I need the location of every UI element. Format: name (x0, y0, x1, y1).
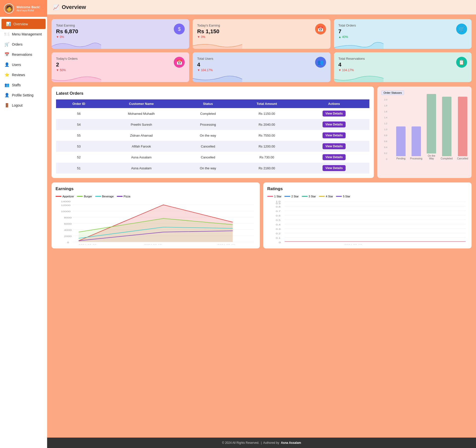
svg-text:0.8: 0.8 (276, 206, 281, 208)
amount-cell: Rs 2040.00 (235, 119, 299, 130)
sidebar-item-label: Reservations (12, 53, 32, 57)
table-row: 55 Zidnan Ahamad On the way Rs 7550.00 V… (56, 130, 369, 141)
sidebar-item-orders[interactable]: 🛒 Orders (0, 39, 47, 49)
ratings-legend: 1 Star2 Star3 Star4 Star5 Star (267, 195, 468, 198)
svg-text:12000: 12000 (61, 204, 71, 207)
actions-cell[interactable]: View Details (299, 163, 369, 174)
sidebar-header-text: Welcome Back! Akshaya Rohit (16, 5, 40, 12)
bar (427, 94, 436, 153)
stat-label-todays-earning: Today's Earning (197, 24, 326, 27)
stat-label-total-orders: Total Orders (338, 24, 467, 27)
todays-orders-icon: 📅 (174, 57, 185, 68)
sidebar-item-reservations[interactable]: 📅 Reservations (0, 49, 47, 60)
menu-icon: 🍽️ (4, 32, 9, 36)
svg-text:6000: 6000 (64, 223, 72, 225)
sidebar-item-menu-management[interactable]: 🍽️ Menu Management (0, 29, 47, 39)
bar (412, 126, 421, 156)
todays-earning-icon: 📅 (315, 24, 326, 34)
amount-cell: Rs 7550.00 (235, 130, 299, 141)
bar-label: On the Way (427, 154, 436, 160)
customer-name-cell: Preethi Suresh (102, 119, 181, 130)
order-status-bar-chart: 00.20.40.60.81.01.21.41.61.82.0 Pending … (381, 98, 468, 168)
order-id-cell: 54 (56, 119, 102, 130)
actions-cell[interactable]: View Details (299, 130, 369, 141)
order-id-cell: 55 (56, 130, 102, 141)
stat-card-total-reservations: 📋 Total Reservations 4 ▼ 104.17% (334, 52, 472, 82)
total-users-icon: 👥 (315, 57, 326, 68)
stats-grid: $ Total Earning Rs 6,870 ▼ 0% 📅 Today's … (52, 19, 472, 82)
latest-orders-card: Latest Orders Order ID Customer Name Sta… (52, 87, 374, 178)
bar (442, 97, 451, 156)
svg-text:10000: 10000 (61, 210, 71, 213)
customer-name-cell: Afifah Farook (102, 141, 181, 152)
main-content: 📈 Overview $ Total Earning Rs 6,870 ▼ 0%… (47, 0, 476, 448)
svg-text:2000: 2000 (64, 235, 72, 238)
amount-cell: Rs 2160.00 (235, 163, 299, 174)
sidebar-item-label: Profile Setting (12, 93, 33, 97)
bar-label: Cancelled (457, 157, 468, 160)
view-details-button[interactable]: View Details (323, 121, 346, 127)
earnings-title: Earnings (56, 186, 256, 191)
footer-author-name: Asna Assalam (281, 441, 301, 445)
total-earning-icon: $ (174, 24, 185, 34)
order-id-cell: 51 (56, 163, 102, 174)
svg-text:4000: 4000 (64, 229, 72, 231)
stat-card-total-users: 👥 Total Users 4 ▼ 104.17% (193, 52, 330, 82)
bar (458, 97, 467, 156)
status-cell: Cancelled (181, 152, 235, 163)
sidebar-item-users[interactable]: 👤 Users (0, 60, 47, 70)
sidebar-item-reviews[interactable]: ⭐ Reviews (0, 70, 47, 80)
sidebar-username: Akshaya Rohit (16, 9, 40, 12)
view-details-button[interactable]: View Details (323, 143, 346, 149)
actions-cell[interactable]: View Details (299, 141, 369, 152)
sidebar-item-overview[interactable]: 📊 Overview (1, 19, 46, 29)
stat-label-todays-orders: Today's Orders (56, 57, 185, 60)
customer-name-cell: Asna Assalam (102, 163, 181, 174)
stat-change-total-earning: ▼ 0% (56, 35, 185, 39)
actions-cell[interactable]: View Details (299, 119, 369, 130)
sidebar-item-logout[interactable]: 🚪 Logout (0, 100, 47, 110)
col-total-amount: Total Amount (235, 99, 299, 108)
sidebar-header: 🧑 Welcome Back! Akshaya Rohit (0, 0, 47, 17)
legend-item: 5 Star (336, 195, 350, 198)
bar (396, 126, 406, 156)
footer-authored-by: Authored by (263, 441, 279, 445)
logout-icon: 🚪 (4, 103, 9, 108)
svg-text:0.6: 0.6 (276, 214, 281, 217)
footer-copyright: © 2024 All Rights Reserved. (222, 441, 259, 445)
sidebar-nav: 📊 Overview 🍽️ Menu Management 🛒 Orders 📅… (0, 17, 47, 448)
ratings-card: Ratings 1 Star2 Star3 Star4 Star5 Star 0… (263, 182, 472, 248)
total-reservations-icon: 📋 (456, 57, 467, 68)
orders-icon: 🛒 (4, 42, 9, 47)
staffs-icon: 👥 (4, 83, 9, 87)
amount-cell: Rs 1200.00 (235, 141, 299, 152)
view-details-button[interactable]: View Details (323, 132, 346, 138)
sidebar-item-label: Users (12, 63, 21, 67)
view-details-button[interactable]: View Details (323, 165, 346, 171)
stat-value-total-users: 4 (197, 61, 326, 68)
sidebar-item-staffs[interactable]: 👥 Staffs (0, 80, 47, 90)
sidebar-item-profile-setting[interactable]: 👤 Profile Setting (0, 90, 47, 100)
reviews-icon: ⭐ (4, 72, 9, 77)
overview-icon: 📊 (6, 22, 11, 26)
bar-group: Cancelled (457, 97, 468, 160)
page-title: Overview (62, 4, 86, 10)
stat-card-total-earning: $ Total Earning Rs 6,870 ▼ 0% (52, 19, 189, 49)
legend-item: 2 Star (284, 195, 298, 198)
view-details-button[interactable]: View Details (323, 154, 346, 160)
svg-text:2024-08-11: 2024-08-11 (217, 244, 235, 244)
status-cell: Processing (181, 119, 235, 130)
order-id-cell: 52 (56, 152, 102, 163)
actions-cell[interactable]: View Details (299, 108, 369, 119)
orders-table: Order ID Customer Name Status Total Amou… (56, 99, 369, 174)
bottom-row: Earnings AppetizerBurgerBeveragePizza 0 … (52, 182, 472, 248)
stat-value-todays-orders: 2 (56, 61, 185, 68)
bar-group: Pending (396, 126, 406, 160)
status-cell: On the way (181, 130, 235, 141)
view-details-button[interactable]: View Details (323, 111, 346, 117)
svg-text:2024-08-10: 2024-08-10 (144, 244, 162, 244)
sidebar-welcome: Welcome Back! (16, 5, 40, 9)
profile-icon: 👤 (4, 93, 9, 97)
actions-cell[interactable]: View Details (299, 152, 369, 163)
bar-label: Completed (441, 157, 452, 160)
